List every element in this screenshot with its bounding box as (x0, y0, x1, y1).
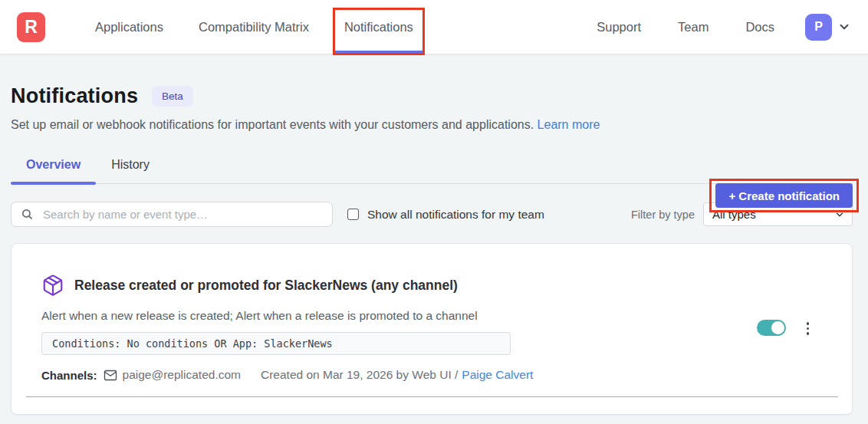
page-description: Set up email or webhook notifications fo… (11, 118, 853, 132)
title-row: Notifications Beta (11, 84, 853, 108)
chevron-down-icon (834, 209, 845, 220)
filter-type-selected-value: All types (712, 208, 756, 221)
show-all-checkbox-label[interactable]: Show all notifications for my team (367, 208, 544, 222)
primary-nav: Applications Compatibility Matrix Notifi… (77, 0, 431, 54)
create-notification-button-wrap: + Create notification (715, 183, 853, 208)
conditions-box: Conditions: No conditions OR App: Slacke… (41, 332, 511, 355)
nav-item-applications[interactable]: Applications (77, 0, 181, 54)
chevron-down-icon (837, 20, 851, 34)
notification-description: Alert when a new release is created; Ale… (41, 309, 852, 323)
main-content: Notifications Beta + Create notification… (0, 84, 868, 415)
nav-item-docs[interactable]: Docs (727, 0, 793, 54)
channels-label: Channels: (41, 369, 97, 382)
active-nav-underline (334, 51, 423, 54)
created-by-link[interactable]: Paige Calvert (462, 368, 533, 382)
beta-badge: Beta (152, 86, 193, 107)
nav-item-team[interactable]: Team (659, 0, 727, 54)
page-description-text: Set up email or webhook notifications fo… (11, 118, 534, 131)
page-title: Notifications (11, 84, 138, 108)
toggle-knob (771, 321, 784, 334)
search-input[interactable] (11, 202, 333, 227)
kebab-menu-button[interactable] (804, 320, 813, 337)
search-icon (21, 208, 34, 221)
channel-email: paige@replicated.com (123, 368, 241, 382)
secondary-nav: Support Team Docs P (578, 0, 851, 54)
created-text: Created on Mar 19, 2026 by Web UI / (261, 368, 458, 382)
learn-more-link[interactable]: Learn more (538, 118, 600, 131)
avatar[interactable]: P (805, 14, 832, 41)
nav-item-notifications[interactable]: Notifications (327, 0, 431, 54)
nav-item-support[interactable]: Support (578, 0, 659, 54)
channels-row: Channels: paige@replicated.com Created o… (41, 368, 852, 382)
account-menu[interactable]: P (805, 14, 851, 41)
notification-title: Release created or promoted for SlackerN… (74, 278, 458, 294)
create-notification-button[interactable]: + Create notification (715, 183, 853, 208)
search-field-wrap (11, 202, 333, 227)
top-nav-bar: R Applications Compatibility Matrix Noti… (0, 0, 868, 54)
notification-card: Release created or promoted for SlackerN… (11, 243, 853, 415)
package-icon (41, 274, 64, 297)
notification-enabled-toggle[interactable] (757, 320, 786, 336)
filter-by-type-label: Filter by type (631, 209, 695, 221)
nav-item-compatibility-matrix[interactable]: Compatibility Matrix (181, 0, 327, 54)
tab-bar: Overview History (11, 149, 853, 184)
tab-overview[interactable]: Overview (11, 149, 96, 183)
nav-item-notifications-label: Notifications (344, 20, 413, 35)
notification-card-header: Release created or promoted for SlackerN… (41, 274, 852, 297)
replicated-logo[interactable]: R (17, 12, 45, 42)
tab-history[interactable]: History (96, 149, 165, 183)
email-icon (104, 370, 117, 381)
show-all-checkbox[interactable] (347, 209, 359, 220)
card-divider (26, 396, 838, 397)
